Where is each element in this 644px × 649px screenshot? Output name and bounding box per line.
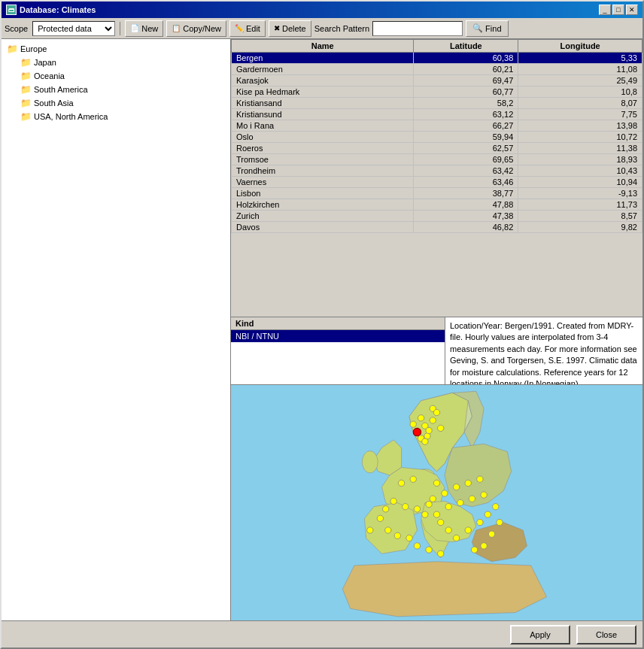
- svg-point-19: [418, 415, 424, 421]
- cell-latitude: 59,94: [414, 132, 518, 143]
- cell-latitude: 69,47: [414, 75, 518, 86]
- copy-new-label: Copy/New: [183, 24, 221, 33]
- table-row[interactable]: Gardermoen60,2111,08: [232, 64, 642, 75]
- cell-latitude: 47,88: [414, 199, 518, 211]
- svg-point-35: [477, 476, 483, 482]
- svg-point-18: [410, 421, 416, 427]
- title-bar: 🗃 Database: Climates _ □ ✕: [2, 2, 642, 18]
- sidebar-item-south-america[interactable]: 📁 South America: [5, 83, 227, 96]
- find-icon: 🔍: [472, 23, 483, 33]
- svg-point-43: [402, 504, 409, 510]
- svg-point-58: [488, 531, 494, 537]
- edit-label: Edit: [246, 24, 260, 33]
- title-bar-controls: _ □ ✕: [599, 5, 638, 15]
- new-button[interactable]: 📄 New: [125, 20, 163, 37]
- svg-point-53: [465, 527, 471, 533]
- search-pattern-label: Search Pattern: [314, 24, 369, 33]
- cell-longitude: 18,93: [518, 154, 642, 165]
- search-input[interactable]: [372, 21, 463, 36]
- table-row[interactable]: Zurich47,388,57: [232, 211, 642, 222]
- kind-item[interactable]: NBI / NTNU: [231, 330, 445, 342]
- delete-icon: ✖: [274, 24, 280, 32]
- table-row[interactable]: Kristiansund63,127,75: [232, 109, 642, 120]
- close-button-bottom[interactable]: Close: [576, 625, 636, 644]
- table-row[interactable]: Trondheim63,4210,43: [232, 165, 642, 177]
- map-svg: [231, 385, 642, 620]
- svg-point-25: [422, 438, 428, 444]
- table-row[interactable]: Tromsoe69,6518,93: [232, 154, 642, 165]
- svg-point-57: [497, 519, 503, 525]
- svg-point-49: [406, 535, 412, 541]
- sidebar-item-south-asia[interactable]: 📁 South Asia: [5, 96, 227, 110]
- cell-longitude: 7,75: [518, 109, 642, 120]
- data-table: Name Latitude Longitude Bergen60,385,33G…: [231, 39, 642, 233]
- table-scroll[interactable]: Name Latitude Longitude Bergen60,385,33G…: [231, 39, 642, 317]
- cell-name: Gardermoen: [232, 64, 414, 75]
- svg-point-62: [426, 547, 432, 553]
- svg-point-55: [485, 511, 491, 517]
- svg-point-22: [433, 409, 439, 415]
- sidebar-label-oceania: Oceania: [34, 71, 65, 80]
- svg-point-37: [469, 496, 475, 502]
- copy-icon: 📋: [172, 24, 181, 32]
- svg-point-14: [413, 428, 421, 435]
- table-row[interactable]: Mo i Rana66,2713,98: [232, 120, 642, 132]
- cell-longitude: 10,43: [518, 165, 642, 177]
- sidebar-item-europe[interactable]: 📁 Europe: [5, 42, 227, 56]
- svg-point-6: [362, 451, 378, 473]
- col-header-latitude[interactable]: Latitude: [414, 40, 518, 53]
- table-row[interactable]: Kristiansand58,28,07: [232, 98, 642, 109]
- col-header-name[interactable]: Name: [232, 40, 414, 53]
- svg-point-51: [445, 527, 451, 533]
- sidebar-item-oceania[interactable]: 📁 Oceania: [5, 69, 227, 83]
- table-row[interactable]: Oslo59,9410,72: [232, 132, 642, 143]
- apply-button[interactable]: Apply: [510, 625, 570, 644]
- cell-latitude: 69,65: [414, 154, 518, 165]
- cell-name: Roeros: [232, 143, 414, 154]
- cell-longitude: -9,13: [518, 188, 642, 199]
- table-row[interactable]: Karasjok69,4725,49: [232, 75, 642, 86]
- table-row[interactable]: Roeros62,5711,38: [232, 143, 642, 154]
- cell-longitude: 10,8: [518, 86, 642, 98]
- cell-name: Vaernes: [232, 177, 414, 188]
- kind-panel: Kind NBI / NTNU Location/Year: Bergen/19…: [231, 317, 642, 385]
- cell-latitude: 62,57: [414, 143, 518, 154]
- col-header-longitude[interactable]: Longitude: [518, 40, 642, 53]
- cell-name: Mo i Rana: [232, 120, 414, 132]
- close-button[interactable]: ✕: [626, 5, 638, 15]
- sidebar-item-japan[interactable]: 📁 Japan: [5, 56, 227, 69]
- window-title: Database: Climates: [20, 5, 96, 14]
- table-row[interactable]: Lisbon38,77-9,13: [232, 188, 642, 199]
- svg-point-36: [481, 492, 487, 498]
- svg-point-34: [465, 480, 471, 486]
- minimize-button[interactable]: _: [599, 5, 611, 15]
- cell-latitude: 47,38: [414, 211, 518, 222]
- cell-name: Trondheim: [232, 165, 414, 177]
- find-label: Find: [485, 24, 501, 33]
- delete-button[interactable]: ✖ Delete: [269, 20, 311, 37]
- svg-point-45: [383, 506, 389, 512]
- maximize-button[interactable]: □: [612, 5, 624, 15]
- toolbar: Scope Protected data All data 📄 New 📋 Co…: [2, 18, 642, 39]
- svg-point-54: [477, 519, 483, 525]
- edit-button[interactable]: ✏️ Edit: [229, 20, 266, 37]
- cell-name: Karasjok: [232, 75, 414, 86]
- table-row[interactable]: Vaernes63,4610,94: [232, 177, 642, 188]
- scope-select[interactable]: Protected data All data: [32, 21, 115, 36]
- cell-name: Tromsoe: [232, 154, 414, 165]
- svg-point-48: [394, 532, 400, 538]
- main-content: 📁 Europe 📁 Japan 📁 Oceania 📁 South Ameri…: [2, 39, 642, 620]
- sidebar-item-usa-north-america[interactable]: 📁 USA, North America: [5, 110, 227, 123]
- cell-longitude: 11,08: [518, 64, 642, 75]
- table-row[interactable]: Kise pa Hedmark60,7710,8: [232, 86, 642, 98]
- table-row[interactable]: Holzkirchen47,8811,73: [232, 199, 642, 211]
- title-bar-text: 🗃 Database: Climates: [6, 5, 96, 15]
- folder-icon-south-america: 📁: [20, 83, 32, 96]
- svg-point-50: [438, 519, 444, 525]
- copy-new-button[interactable]: 📋 Copy/New: [166, 20, 226, 37]
- find-button[interactable]: 🔍 Find: [466, 20, 508, 37]
- table-row[interactable]: Davos46,829,82: [232, 222, 642, 233]
- sidebar-label-south-america: South America: [34, 85, 88, 94]
- table-row[interactable]: Bergen60,385,33: [232, 53, 642, 64]
- svg-point-41: [422, 511, 428, 517]
